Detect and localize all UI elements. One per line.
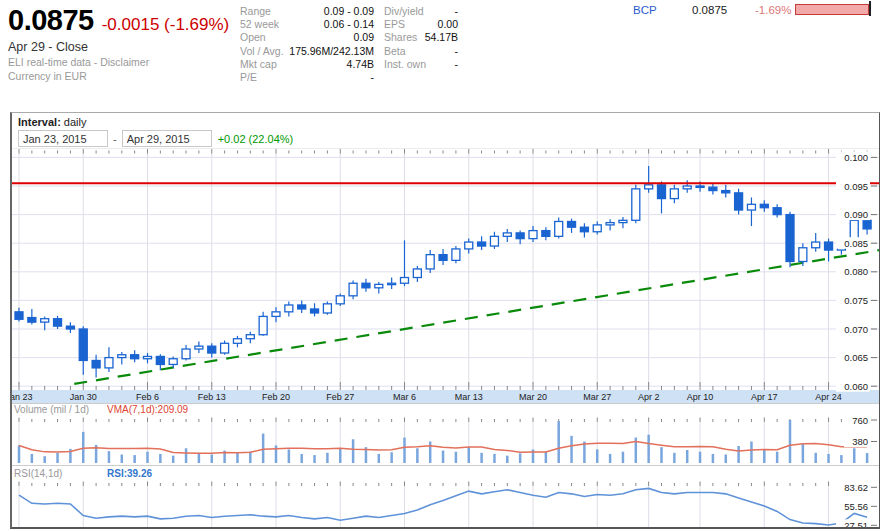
date-axis: Jan 23Jan 30Feb 6Feb 13Feb 20Feb 27Mar 6…: [12, 390, 879, 466]
axis-labels: 0.1000.0950.0900.0850.0800.0750.0700.065…: [836, 151, 877, 527]
range-change: +0.02 (22.04%): [218, 133, 294, 145]
date-to-input[interactable]: [122, 130, 212, 147]
rsi-value-label: RSI:39.26: [107, 468, 152, 479]
stat-beta: Beta-: [384, 45, 458, 58]
stat-pe: P/E-: [240, 71, 374, 84]
date-range-controls: - +0.02 (22.04%): [18, 130, 879, 147]
svg-text:Feb 27: Feb 27: [326, 392, 354, 402]
svg-text:0.080: 0.080: [844, 266, 868, 277]
stat-52week: 52 week0.06 - 0.14: [240, 18, 374, 31]
stats-table-left: Range0.09 - 0.09 52 week0.06 - 0.14 Open…: [240, 5, 374, 84]
currency-note: Currency in EUR: [8, 70, 229, 82]
svg-text:Mar 6: Mar 6: [393, 392, 416, 402]
date-from-input[interactable]: [18, 130, 108, 147]
realtime-note[interactable]: ELI real-time data - Disclaimer: [8, 56, 229, 68]
date-range-separator: -: [113, 133, 117, 145]
stat-shares: Shares54.17B: [384, 31, 458, 44]
svg-text:27.51: 27.51: [844, 520, 868, 527]
stat-vol-avg: Vol / Avg.175.96M/242.13M: [240, 45, 374, 58]
volume-bars-layer: [19, 420, 867, 463]
interval-setting: Interval: daily: [18, 116, 879, 128]
stat-range: Range0.09 - 0.09: [240, 5, 374, 18]
svg-text:Jan 30: Jan 30: [70, 392, 97, 402]
svg-text:380: 380: [852, 436, 868, 447]
quote-summary: 0.0875-0.0015 (-1.69%) Apr 29 - Close EL…: [8, 4, 229, 82]
svg-text:Jan 23: Jan 23: [12, 392, 33, 402]
current-price: 0.0875: [8, 4, 94, 36]
svg-text:0.070: 0.070: [844, 324, 868, 335]
stock-quote-page: { "quote": { "price": "0.0875", "change"…: [0, 0, 880, 531]
ticker-change: -1.69%: [755, 4, 791, 16]
rsi-line: [19, 488, 867, 525]
svg-text:0.065: 0.065: [844, 352, 868, 363]
stat-eps: EPS0.00: [384, 18, 458, 31]
svg-text:55.56: 55.56: [844, 501, 868, 512]
svg-text:0.085: 0.085: [844, 238, 868, 249]
close-date: Apr 29 - Close: [8, 40, 229, 54]
svg-text:0.090: 0.090: [844, 209, 868, 220]
ticker-price: 0.0875: [692, 4, 727, 16]
svg-text:760: 760: [852, 415, 868, 426]
svg-text:Apr 10: Apr 10: [687, 392, 714, 402]
chart-header: Interval: daily - +0.02 (22.04%): [12, 113, 879, 149]
svg-text:0.060: 0.060: [844, 381, 868, 392]
svg-text:0.095: 0.095: [844, 181, 868, 192]
trend-line: [74, 245, 879, 384]
rsi-pane-label: RSI(14,1d): [14, 468, 62, 479]
price-change: -0.0015 (-1.69%): [102, 15, 230, 34]
interval-value[interactable]: daily: [64, 116, 87, 128]
svg-text:0.100: 0.100: [844, 152, 868, 163]
chart-panel: Interval: daily - +0.02 (22.04%) Jan 23J…: [10, 112, 880, 529]
stat-instown: Inst. own-: [384, 58, 458, 71]
interval-label: Interval:: [18, 116, 61, 128]
svg-text:Apr 17: Apr 17: [751, 392, 778, 402]
price-range-tick: [869, 1, 871, 16]
ticker-symbol-link[interactable]: BCP: [633, 4, 657, 16]
svg-text:Mar 27: Mar 27: [583, 392, 611, 402]
svg-text:Feb 13: Feb 13: [198, 392, 226, 402]
stat-mktcap: Mkt cap4.74B: [240, 58, 374, 71]
price-range-sparkbar: [795, 4, 869, 15]
stat-divyield: Div/yield-: [384, 5, 458, 18]
svg-text:83.62: 83.62: [844, 482, 868, 493]
stat-open: Open0.09: [240, 31, 374, 44]
stats-table-right: Div/yield- EPS0.00 Shares54.17B Beta- In…: [384, 5, 458, 71]
vma-value-label: VMA(7,1d):209.09: [107, 404, 188, 415]
svg-text:Mar 13: Mar 13: [455, 392, 483, 402]
volume-pane-label: Volume (mil / 1d): [14, 404, 89, 415]
svg-text:0.075: 0.075: [844, 295, 868, 306]
svg-text:Apr 2: Apr 2: [638, 392, 660, 402]
svg-text:Apr 24: Apr 24: [815, 392, 842, 402]
svg-text:Feb 20: Feb 20: [262, 392, 290, 402]
svg-text:Feb 6: Feb 6: [136, 392, 159, 402]
svg-text:Mar 20: Mar 20: [519, 392, 547, 402]
